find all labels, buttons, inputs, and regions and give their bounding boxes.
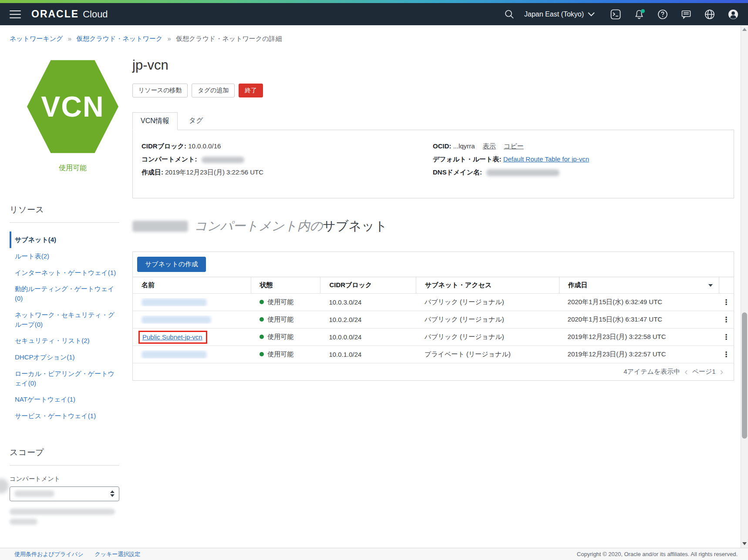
redacted-compartment-name [202,157,244,163]
pagination-page-label: ページ1 [692,368,716,376]
topbar-right-controls: Japan East (Tokyo) [504,9,738,20]
brand-gradient-strip [0,0,748,3]
page-title: jp-vcn [132,57,734,73]
redacted-dns-domain [486,169,559,176]
notifications-bell-icon[interactable] [634,9,644,20]
breadcrumb-networking-link[interactable]: ネットワーキング [10,35,63,42]
vertical-scrollbar[interactable] [741,25,748,548]
move-resource-button[interactable]: リソースの移動 [132,84,188,97]
default-route-table-link[interactable]: Default Route Table for jp-vcn [503,155,589,163]
notification-badge-dot [641,9,645,13]
divider [10,222,119,223]
logo-cloud-text: Cloud [83,9,108,20]
compartment-label: コンパートメント [10,475,119,483]
redacted-subnet-name [142,298,207,306]
tab-vcn-info[interactable]: VCN情報 [132,112,178,130]
subnet-link-public-subnet-jp-vcn[interactable]: Public Subnet-jp-vcn [142,333,202,341]
scrollbar-thumb[interactable] [742,312,747,439]
column-header-state: 状態 [251,277,320,293]
detail-tabs: VCN情報 タグ [132,112,734,130]
language-globe-icon[interactable] [704,9,715,20]
column-header-cidr: CIDRブロック [320,277,416,293]
row-actions-kebab-icon[interactable]: ⋮ [723,316,730,323]
cidr-block-row: CIDRブロック: 10.0.0.0/16 [142,141,263,151]
add-tags-button[interactable]: タグの追加 [192,84,235,97]
compartment-select[interactable] [10,486,119,501]
vcn-hexagon-label: VCN [41,90,104,123]
tab-tags[interactable]: タグ [178,112,215,130]
column-header-created[interactable]: 作成日 [559,277,719,293]
topbar: ORACLE Cloud Japan East (Tokyo) [0,3,748,25]
scrollbar-down-arrow[interactable] [742,542,747,545]
resources-list: サブネット(4) ルート表(2) インターネット・ゲートウェイ(1) 動的ルーテ… [10,231,119,424]
terminate-button[interactable]: 終了 [239,84,263,97]
sidebar-item-security-lists[interactable]: セキュリティ・リスト(2) [10,332,119,349]
table-row: 使用可能 10.0.1.0/24 プライベート (リージョナル) 2019年12… [133,345,734,363]
help-icon[interactable] [657,9,668,20]
resources-heading: リソース [10,204,119,215]
sidebar-item-network-security-groups[interactable]: ネットワーク・セキュリティ・グループ(0) [10,307,119,333]
status-dot [259,300,264,304]
vcn-entity-badge: VCN 使用可能 [27,59,118,173]
row-actions-kebab-icon[interactable]: ⋮ [723,333,730,341]
sidebar-item-dynamic-routing-gateways[interactable]: 動的ルーティング・ゲートウェイ(0) [10,281,119,307]
scope-heading: スコープ [10,447,119,458]
terms-privacy-link[interactable]: 使用条件およびプライバシ [14,550,83,558]
row-actions-kebab-icon[interactable]: ⋮ [723,298,730,306]
default-route-table-row: デフォルト・ルート表: Default Route Table for jp-v… [433,154,589,164]
breadcrumb-vcn-list-link[interactable]: 仮想クラウド・ネットワーク [76,35,162,42]
oracle-cloud-console: ORACLE Cloud Japan East (Tokyo) [0,0,748,560]
region-selector[interactable]: Japan East (Tokyo) [524,10,595,18]
scrollbar-up-arrow[interactable] [742,28,747,31]
row-actions-kebab-icon[interactable]: ⋮ [723,351,730,358]
sidebar-item-nat-gateways[interactable]: NATゲートウェイ(1) [10,391,119,408]
redacted-text-line [10,519,37,525]
breadcrumb-current-page: 仮想クラウド・ネットワークの詳細 [176,35,282,42]
column-header-name: 名前 [133,277,251,293]
ocid-copy-link[interactable]: コピー [504,142,524,150]
sidebar-item-service-gateways[interactable]: サービス・ゲートウェイ(1) [10,408,119,424]
status-dot [259,352,264,356]
created-row: 作成日: 2019年12月23日(月) 3:22:56 UTC [142,168,263,177]
chevron-down-icon [588,12,595,17]
breadcrumb-separator: » [168,35,171,42]
select-updown-icon [110,490,115,497]
table-pagination: 4アイテムを表示中 ‹ ページ1 › [133,363,734,380]
copyright-text: Copyright © 2020, Oracle and/or its affi… [577,551,738,557]
created-value: 2019年12月23日(月) 3:22:56 UTC [165,168,263,176]
table-row-highlighted: Public Subnet-jp-vcn 使用可能 10.0.0.0/24 パブ… [133,328,734,345]
sort-descending-icon [708,284,713,287]
dns-domain-row: DNSドメイン名: [433,168,589,177]
ocid-row: OCID: ...lqyrra 表示 コピー [433,141,589,151]
table-row: 使用可能 10.0.3.0/24 パブリック (リージョナル) 2020年1月1… [133,293,734,311]
pagination-next-icon[interactable]: › [720,367,723,377]
redacted-text-line [10,509,115,515]
create-subnet-button[interactable]: サブネットの作成 [137,257,206,272]
breadcrumb: ネットワーキング » 仮想クラウド・ネットワーク » 仮想クラウド・ネットワーク… [0,25,748,43]
cloud-shell-icon[interactable] [610,9,621,20]
sidebar-item-route-tables[interactable]: ルート表(2) [10,248,119,265]
announcements-icon[interactable] [681,9,691,20]
redacted-subnet-name [142,351,207,359]
cookie-preferences-link[interactable]: クッキー選択設定 [94,550,140,558]
subnets-section-heading: コンパートメント内のサブネット [132,218,734,235]
scope-section: スコープ コンパートメント [10,447,124,525]
subnets-table-header: 名前 状態 CIDRブロック サブネット・アクセス 作成日 [133,277,734,293]
compartment-row: コンパートメント: [142,154,263,164]
logo-oracle-text: ORACLE [31,8,79,20]
divider [10,465,119,466]
pagination-prev-icon[interactable]: ‹ [684,367,687,377]
sidebar-item-subnets[interactable]: サブネット(4) [10,231,119,248]
hamburger-menu-icon[interactable] [10,10,21,18]
left-column: VCN 使用可能 リソース サブネット(4) ルート表(2) インターネット・ゲ… [10,43,124,560]
search-icon[interactable] [504,9,515,20]
table-row: 使用可能 10.0.2.0/24 パブリック (リージョナル) 2020年1月1… [133,311,734,328]
sidebar-item-internet-gateways[interactable]: インターネット・ゲートウェイ(1) [10,265,119,281]
ocid-show-link[interactable]: 表示 [483,142,496,150]
page-footer: 使用条件およびプライバシ クッキー選択設定 Copyright © 2020, … [0,548,748,560]
ocid-value: ...lqyrra [453,142,475,150]
sidebar-item-local-peering-gateways[interactable]: ローカル・ピアリング・ゲートウェイ(0) [10,366,119,392]
resources-section: リソース サブネット(4) ルート表(2) インターネット・ゲートウェイ(1) … [10,204,124,424]
sidebar-item-dhcp-options[interactable]: DHCPオプション(1) [10,349,119,366]
user-avatar-icon[interactable] [728,9,738,20]
